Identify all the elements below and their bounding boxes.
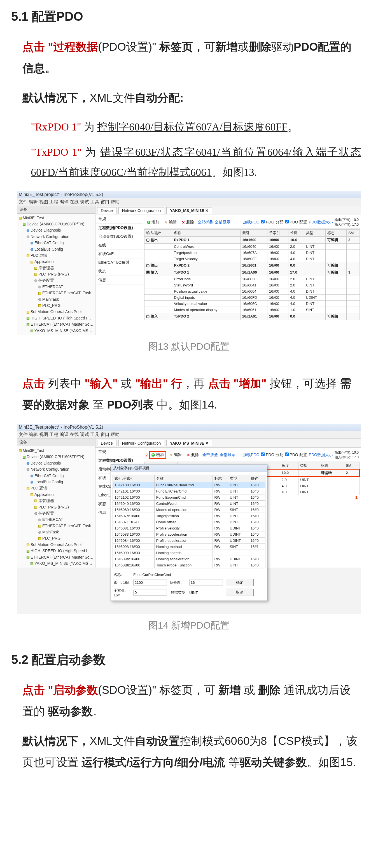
table-row[interactable]: 16#6099:16#00Homing speeds [113,550,265,556]
pdo-assign-checkbox[interactable]: PDO 分配 [261,220,283,225]
tree-node[interactable]: HIGH_SPEED_IO (High Speed IO Module) [19,548,94,554]
tree-node[interactable]: HIGH_SPEED_IO (High Speed IO Module) [19,315,94,321]
tree-node[interactable]: Device Diagnosis [19,227,94,233]
tree-node[interactable]: 任务配置 [19,510,94,516]
device-tree[interactable]: Mini3E_TestDevice (AM600-CPU1608TP/TN)De… [17,214,95,335]
table-row[interactable]: 16#6040:16#00ControlWordRWUINT16#0 [113,500,265,506]
dlg-ok-button[interactable]: 确定 [226,579,254,586]
tab-network-config-14[interactable]: Network Configuration [119,440,165,446]
tree-node[interactable]: EtherCAT Config [19,240,94,246]
tree-node[interactable]: 库管理器 [19,498,94,504]
tree-node[interactable]: Network Configuration [19,234,94,240]
side-iomap[interactable]: EtherCAT I/O映射 [95,258,143,267]
tree-node[interactable]: PLC_PRG [19,302,94,309]
tree-node[interactable]: Application [19,491,94,498]
expand-all-14[interactable]: 全部显示 [220,453,235,458]
add-button-14[interactable]: 增加 [149,452,166,459]
tree-node[interactable]: ETHERCAT [19,284,94,290]
pdo-table[interactable]: 输入/输出 名称 索引 子索引 长度 类型 标志 SM ▢ 输出RxPDO 11… [144,229,360,320]
tree-node[interactable]: PLC 逻辑 [19,485,94,491]
tree-node[interactable]: 库管理器 [19,265,94,271]
tree-node[interactable]: ETHERCAT.EtherCAT_Task [19,523,94,529]
pdo-config-checkbox[interactable]: PDO 配置 [285,220,307,225]
table-row[interactable]: 16#60B8:16#00Touch Probe FunctionRWUINT1… [113,562,265,568]
table-row[interactable]: ▢ 输出RxPDO 216#160116#000.0可编辑 [145,262,360,269]
tree-node[interactable]: PLC_PRG [19,535,94,541]
tree-node[interactable]: SoftMotion General Axis Pool [19,541,94,548]
table-row[interactable]: 16#2101:16#00Func ErrClearCmdRWUINT16#0 [113,488,265,494]
tree-node[interactable]: Application [19,258,94,265]
side-coe[interactable]: 在线CoE [95,250,143,258]
tree-node[interactable]: ETHERCAT (EtherCAT Master SoftMotion) [19,554,94,560]
tree-node[interactable]: LocalBus Config [19,246,94,252]
tree-node[interactable]: Mini3E_Test [19,215,94,221]
tree-node[interactable]: Network Configuration [19,466,94,472]
tab-device[interactable]: Device [97,207,117,214]
table-row[interactable]: 16#6098:16#00Homing methodRWSINT16#1 [113,544,265,550]
table-row[interactable]: 16#2102:16#00Func EepromCmdRWUINT16#0 [113,494,265,500]
dlg-sub-input[interactable] [133,590,167,595]
tree-node[interactable]: MainTask [19,296,94,302]
table-row[interactable]: ▢ 输出RxPDO 116#160016#0010.0可编辑2 [145,236,360,243]
side-pdo-data-14[interactable]: 过程数据(PDO设置) [95,456,143,465]
load-pdo-button[interactable]: 加载PDO [243,220,259,225]
tab-yako-14[interactable]: YAKO_MS_MINI3E ✕ [166,440,212,446]
tree-node[interactable]: Device (AM600-CPU1608TP/TN) [19,221,94,227]
device-tree-14[interactable]: Mini3E_TestDevice (AM600-CPU1608TP/TN)De… [17,446,95,567]
side-startup[interactable]: 启动参数(SDO设置) [95,232,143,241]
tree-node[interactable]: LocalBus Config [19,479,94,485]
delete-button-14[interactable]: ✕删除 [185,452,201,458]
tree-node[interactable]: MainTask [19,529,94,535]
table-row[interactable]: 16#609A:16#00Homing accelerationRWUDINT1… [113,556,265,562]
table-row[interactable]: 16#6083:16#00Profile accelerationRWUDINT… [113,531,265,537]
table-row[interactable]: Velocity actual value16#606C16#004.0DINT [145,301,360,307]
table-row[interactable]: Position actual value16#606416#004.0DINT [145,288,360,294]
tree-node[interactable]: YAKO_MS_MINI3E (YAKO MS-MINI3E) [19,328,94,334]
pdo-size-link[interactable]: PDO数据大小 [309,220,333,225]
add-button[interactable]: 增加 [145,219,161,225]
tree-node[interactable]: ETHERCAT [19,516,94,523]
tree-node[interactable]: PLC_PRG (PRG) [19,271,94,277]
table-row[interactable]: ControlWord16#604016#002.0UINT [145,243,360,249]
tab-yako[interactable]: YAKO_MS_MINI3E ✕ [166,207,212,214]
side-general-14[interactable]: 常规 [95,448,143,456]
table-row[interactable]: Target Velocity16#60FF16#004.0DINT [145,256,360,262]
load-pdo-14[interactable]: 加载PDO [243,453,259,458]
table-row[interactable]: 16#607A:16#00TargetpositionRWDINT16#0 [113,513,265,519]
table-row[interactable]: Modes of operation display16#606116#001.… [145,307,360,313]
tree-node[interactable]: PLC_PRG (PRG) [19,504,94,510]
window-menu-14[interactable]: 文件 编辑 视图 工程 编译 在线 调试 工具 窗口 帮助 [17,431,361,439]
table-row[interactable]: 16#6084:16#00Profile decelerationRWUDINT… [113,537,265,544]
tab-network-config[interactable]: Network Configuration [119,207,165,214]
tree-node[interactable]: 任务配置 [19,277,94,283]
delete-button[interactable]: ✕删除 [180,219,196,225]
tree-node[interactable]: EtherCAT Config [19,473,94,479]
table-row[interactable]: ▣ 输入TxPDO 116#1A0016#0017.0可编辑3 [145,269,360,276]
tree-node[interactable]: SoftMotion General Axis Pool [19,309,94,315]
pdo-assign-14[interactable]: PDO 分配 [261,453,283,458]
side-pdo-data[interactable]: 过程数据(PDO设置) [95,224,143,232]
side-online[interactable]: 在线 [95,241,143,250]
table-row[interactable]: ErrorCode16#603F16#002.0UINT [145,276,360,282]
pdo-size-14[interactable]: PDO数据大小 [309,453,333,458]
table-row[interactable]: 16#2100:16#00Func CurPosClearCmdRWUINT16… [113,482,265,488]
dialog-table[interactable]: 索引:子索引 名称 标志 类型 缺省 16#2100:16#00Func Cur… [113,475,265,568]
side-status[interactable]: 状态 [95,267,143,276]
dlg-bit-input[interactable] [189,580,223,586]
edit-button[interactable]: ✎编辑 [163,219,178,225]
pdo-config-14[interactable]: PDO 配置 [285,453,307,458]
tree-node[interactable]: ETHERCAT (EtherCAT Master SoftMotion) [19,321,94,327]
dlg-cancel-button[interactable]: 取消 [226,589,254,596]
table-row[interactable]: Targetposition16#607A16#004.0DINT [145,249,360,256]
side-info[interactable]: 信息 [95,276,143,284]
table-row[interactable]: 16#607C:16#00Home offsetRWDINT16#0 [113,519,265,525]
dlg-idx-input[interactable] [133,580,167,586]
tree-node[interactable]: ETHERCAT.EtherCAT_Task [19,290,94,296]
tab-device-14[interactable]: Device [97,440,117,446]
window-menu[interactable]: 文件 编辑 视图 工程 编译 在线 调试 工具 窗口 帮助 [17,198,361,206]
table-row[interactable]: 16#6081:16#00Profile velocityRWUDINT16#0 [113,525,265,531]
collapse-all-14[interactable]: 全部折叠 [202,453,218,458]
tree-node[interactable]: YAKO_MS_MINI3E (YAKO MS-MINI3E) [19,560,94,566]
collapse-all-button[interactable]: 全部折叠 [197,220,213,225]
tree-node[interactable]: Device (AM600-CPU1608TP/TN) [19,454,94,460]
